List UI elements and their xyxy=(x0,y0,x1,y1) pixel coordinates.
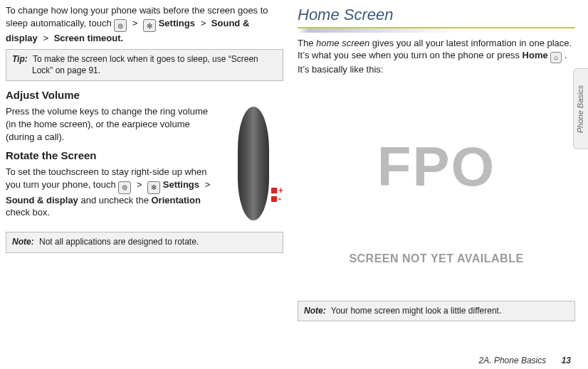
home-screen-title: Home Screen xyxy=(298,4,575,26)
footer-section: 2A. Phone Basics xyxy=(479,355,547,365)
home-screen-em: home screen xyxy=(316,38,369,48)
note-label: Note: xyxy=(12,237,34,247)
launcher-icon: ⊚ xyxy=(118,181,131,194)
breadcrumb-sep: > xyxy=(137,179,142,190)
tip-box: Tip: To make the screen lock when it goe… xyxy=(6,49,283,81)
note-text: Not all applications are designed to rot… xyxy=(39,237,199,247)
sound-display-label: Sound & display xyxy=(6,195,78,205)
fpo-caption: SCREEN NOT YET AVAILABLE xyxy=(298,251,575,267)
breadcrumb-sep: > xyxy=(205,179,211,190)
rotate-body-c: check box. xyxy=(6,207,50,218)
tip-text: To make the screen lock when it goes to … xyxy=(32,54,258,75)
note-box-rotate: Note: Not all applications are designed … xyxy=(6,232,283,252)
fpo-placeholder: FPO SCREEN NOT YET AVAILABLE xyxy=(298,83,575,275)
intro-a: The xyxy=(298,38,316,48)
settings-label: Settings xyxy=(159,18,195,28)
vol-minus: - xyxy=(278,194,281,204)
orientation-label: Orientation xyxy=(152,195,201,205)
fpo-watermark: FPO xyxy=(377,130,495,205)
settings-label: Settings xyxy=(163,179,199,190)
breadcrumb-sep: > xyxy=(201,18,206,28)
gear-icon: ✻ xyxy=(147,181,160,194)
footer-page: 13 xyxy=(562,355,571,365)
volume-indicator: + - xyxy=(271,186,283,203)
launcher-icon: ⊚ xyxy=(114,19,127,32)
page-tab-label: Phone Basics xyxy=(576,85,587,132)
adjust-volume-heading: Adjust Volume xyxy=(6,88,283,102)
rotate-body-b: and uncheck the xyxy=(80,195,151,205)
note-label: Note: xyxy=(304,306,326,316)
section-rule xyxy=(298,27,575,33)
home-icon: ⌂ xyxy=(550,52,562,63)
screen-timeout-label: Screen timeout. xyxy=(54,33,124,43)
screen-timeout-paragraph: To change how long your phone waits befo… xyxy=(6,4,283,45)
gear-icon: ✻ xyxy=(143,19,156,32)
tip-label: Tip: xyxy=(12,54,28,64)
home-key-label: Home xyxy=(523,50,548,60)
phone-body-icon xyxy=(238,107,269,220)
page-side-tab: Phone Basics xyxy=(573,68,588,149)
home-screen-intro: The home screen gives you all your lates… xyxy=(298,37,575,76)
page-footer: 2A. Phone Basics 13 xyxy=(479,355,571,366)
note-box-home: Note: Your home screen might look a litt… xyxy=(298,301,575,321)
phone-side-figure: + - xyxy=(225,107,283,225)
breadcrumb-sep: > xyxy=(132,18,138,28)
breadcrumb-sep: > xyxy=(43,33,48,43)
note-text: Your home screen might look a little dif… xyxy=(331,306,501,316)
